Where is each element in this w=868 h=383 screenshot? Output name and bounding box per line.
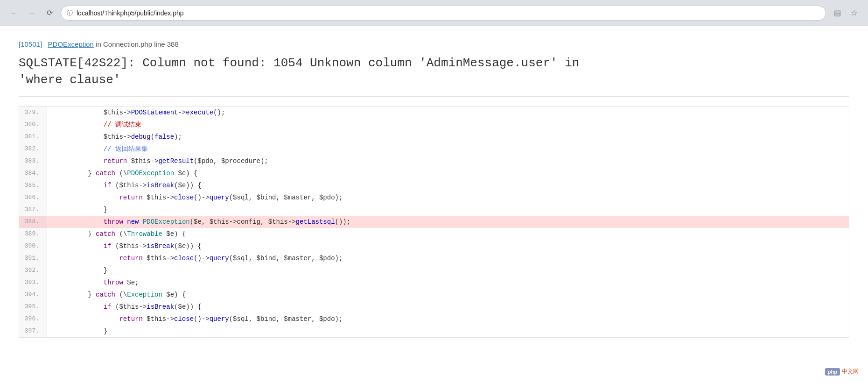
line-num-390: 390. [19,240,47,252]
forward-button[interactable]: → [25,7,38,20]
line-content-384: } catch (\PDOException $e) { [47,167,198,179]
php-site-text: 中文网 [842,368,859,376]
error-code-line: [10501] PDOException in Connection.php l… [19,40,849,48]
line-num-385: 385. [19,179,47,192]
error-message: SQLSTATE[42S22]: Column not found: 1054 … [19,55,849,89]
line-content-387: } [47,204,107,216]
line-content-396: return $this->close()->query($sql, $bind… [47,313,343,325]
code-line-379: 379. $this->PDOStatement->execute(); [19,106,849,119]
line-num-389: 389. [19,228,47,240]
line-content-395: if ($this->isBreak($e)) { [47,301,202,313]
code-line-392: 392. } [19,264,849,277]
code-line-384: 384. } catch (\PDOException $e) { [19,167,849,179]
line-num-391: 391. [19,252,47,264]
security-icon: ⓘ [67,9,73,17]
code-line-397: 397. } [19,325,849,337]
browser-actions: ▤ ☆ [831,7,861,20]
line-num-394: 394. [19,289,47,301]
code-line-395: 395. if ($this->isBreak($e)) { [19,301,849,313]
address-bar[interactable]: ⓘ localhost/Thinkphp5/public/index.php [61,6,826,21]
code-line-382: 382. // 返回结果集 [19,143,849,155]
code-line-388: 388. throw new PDOException($e, $this->c… [19,216,849,228]
back-button[interactable]: ← [7,7,21,20]
url-text: localhost/Thinkphp5/public/index.php [77,9,184,17]
line-content-389: } catch (\Throwable $e) { [47,228,186,240]
code-line-383: 383. return $this->getResult($pdo, $proc… [19,155,849,167]
line-num-397: 397. [19,325,47,337]
line-content-381: $this->debug(false); [47,131,182,143]
line-content-386: return $this->close()->query($sql, $bind… [47,192,343,204]
code-line-389: 389. } catch (\Throwable $e) { [19,228,849,240]
code-line-387: 387. } [19,204,849,216]
code-line-381: 381. $this->debug(false); [19,131,849,143]
line-num-383: 383. [19,155,47,167]
line-content-397: } [47,325,107,337]
line-content-394: } catch (\Exception $e) { [47,289,186,301]
error-message-line2: 'where clause' [19,71,849,88]
line-content-380: // 调试结束 [47,119,141,131]
error-code: [10501] [19,40,42,48]
line-content-382: // 返回结果集 [47,143,148,155]
line-content-393: throw $e; [47,277,139,289]
line-content-392: } [47,264,107,277]
code-line-394: 394. } catch (\Exception $e) { [19,289,849,301]
error-file-info: in Connection.php line 388 [96,40,179,48]
code-line-390: 390. if ($this->isBreak($e)) { [19,240,849,252]
code-line-396: 396. return $this->close()->query($sql, … [19,313,849,325]
code-line-385: 385. if ($this->isBreak($e)) { [19,179,849,192]
code-line-386: 386. return $this->close()->query($sql, … [19,192,849,204]
line-content-391: return $this->close()->query($sql, $bind… [47,252,343,264]
code-viewer: 379. $this->PDOStatement->execute(); 380… [19,106,849,338]
line-num-387: 387. [19,204,47,216]
code-line-391: 391. return $this->close()->query($sql, … [19,252,849,264]
code-line-393: 393. throw $e; [19,277,849,289]
error-header: [10501] PDOException in Connection.php l… [19,40,849,97]
line-content-383: return $this->getResult($pdo, $procedure… [47,155,268,167]
screenshot-button[interactable]: ▤ [831,7,844,20]
code-line-380: 380. // 调试结束 [19,119,849,131]
line-num-392: 392. [19,264,47,277]
line-content-385: if ($this->isBreak($e)) { [47,179,202,192]
line-content-390: if ($this->isBreak($e)) { [47,240,202,252]
error-message-line1: SQLSTATE[42S22]: Column not found: 1054 … [19,55,849,71]
line-num-379: 379. [19,106,47,119]
line-num-386: 386. [19,192,47,204]
line-num-384: 384. [19,167,47,179]
php-watermark: php 中文网 [825,368,859,376]
reload-button[interactable]: ⟳ [43,7,56,20]
php-badge: php [825,368,840,376]
line-num-393: 393. [19,277,47,289]
line-num-396: 396. [19,313,47,325]
line-num-395: 395. [19,301,47,313]
page-content: [10501] PDOException in Connection.php l… [0,26,868,383]
bookmark-button[interactable]: ☆ [847,7,861,20]
line-content-379: $this->PDOStatement->execute(); [47,106,225,119]
line-num-382: 382. [19,143,47,155]
line-num-380: 380. [19,119,47,131]
line-num-381: 381. [19,131,47,143]
line-num-388: 388. [19,216,47,228]
browser-toolbar: ← → ⟳ ⓘ localhost/Thinkphp5/public/index… [0,0,868,26]
exception-link[interactable]: PDOException [48,40,94,48]
line-content-388: throw new PDOException($e, $this->config… [47,216,350,228]
